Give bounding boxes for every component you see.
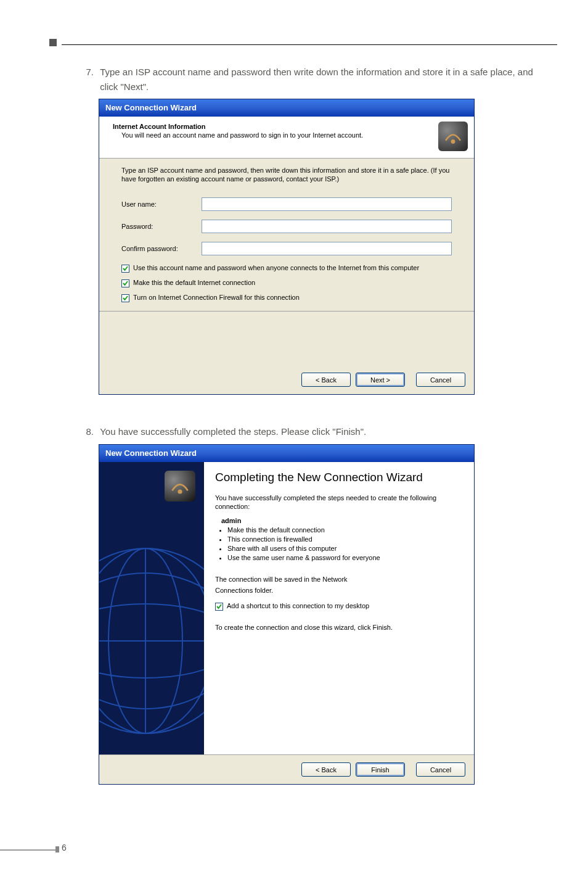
globe-icon	[99, 518, 204, 752]
checkbox-label: Use this account name and password when …	[133, 264, 419, 271]
crop-mark	[49, 39, 57, 46]
confirm-label: Confirm password:	[121, 245, 202, 252]
cancel-button[interactable]: Cancel	[416, 373, 465, 387]
titlebar: New Connection Wizard	[99, 99, 474, 117]
dialog-header: Internet Account Information You will ne…	[99, 117, 474, 159]
checkbox-firewall[interactable]: Turn on Internet Connection Firewall for…	[121, 294, 452, 302]
confirm-input[interactable]	[202, 242, 452, 255]
save-location-line1: The connection will be saved in the Netw…	[215, 575, 463, 584]
checkbox-shortcut[interactable]: Add a shortcut to this connection to my …	[215, 602, 463, 611]
step-7: 7. Type an ISP account name and password…	[80, 65, 551, 94]
header-title: Internet Account Information	[113, 123, 465, 130]
svg-point-1	[178, 489, 182, 493]
checkbox-icon	[121, 279, 129, 287]
checkbox-use-account[interactable]: Use this account name and password when …	[121, 264, 452, 273]
step-number: 7.	[80, 65, 94, 80]
connection-name: admin	[221, 517, 463, 524]
checkbox-icon	[121, 294, 129, 302]
username-input[interactable]	[202, 197, 452, 211]
username-row: User name:	[121, 197, 452, 211]
footer-rule	[0, 849, 55, 851]
step-8: 8. You have successfully completed the s…	[80, 424, 551, 439]
sidebar-graphic	[99, 462, 204, 754]
completion-heading: Completing the New Connection Wizard	[215, 471, 463, 485]
finish-instruction: To create the connection and close this …	[215, 623, 463, 632]
modem-icon	[438, 122, 468, 151]
footer-tick	[55, 846, 59, 852]
step-number: 8.	[80, 424, 94, 439]
password-input[interactable]	[202, 220, 452, 233]
list-item: Use the same user name & password for ev…	[227, 553, 463, 563]
username-label: User name:	[121, 200, 202, 208]
checkbox-label: Turn on Internet Connection Firewall for…	[133, 294, 300, 301]
password-row: Password:	[121, 220, 452, 233]
window-title: New Connection Wizard	[105, 103, 197, 112]
next-button[interactable]: Next >	[356, 373, 405, 387]
dialog-body: Completing the New Connection Wizard You…	[99, 462, 474, 754]
step-text: You have successfully completed the step…	[100, 424, 550, 439]
window-title: New Connection Wizard	[105, 448, 197, 458]
completion-intro: You have successfully completed the step…	[215, 493, 463, 511]
checkbox-default-conn[interactable]: Make this the default Internet connectio…	[121, 279, 452, 287]
summary-bullets: Make this the default connection This co…	[227, 526, 463, 562]
finish-button[interactable]: Finish	[356, 762, 405, 777]
svg-point-0	[451, 139, 455, 144]
checkbox-icon	[215, 603, 223, 611]
button-row: < Back Finish Cancel	[301, 762, 465, 777]
list-item: Share with all users of this computer	[227, 544, 463, 553]
titlebar: New Connection Wizard	[99, 445, 474, 462]
modem-icon	[165, 471, 195, 502]
confirm-row: Confirm password:	[121, 242, 452, 255]
checkbox-label: Add a shortcut to this connection to my …	[227, 602, 369, 609]
checkbox-label: Make this the default Internet connectio…	[133, 279, 255, 286]
header-rule	[62, 44, 557, 45]
main-pane: Completing the New Connection Wizard You…	[204, 462, 474, 754]
list-item: This connection is firewalled	[227, 535, 463, 544]
save-location-line2: Connections folder.	[215, 586, 463, 595]
header-subtitle: You will need an account name and passwo…	[121, 131, 465, 139]
divider	[99, 311, 474, 312]
step-text: Type an ISP account name and password th…	[100, 65, 550, 94]
password-label: Password:	[121, 223, 202, 230]
checkbox-icon	[121, 265, 129, 273]
list-item: Make this the default connection	[227, 526, 463, 535]
footer-bar: < Back Finish Cancel	[99, 754, 474, 784]
button-row: < Back Next > Cancel	[301, 373, 465, 387]
cancel-button[interactable]: Cancel	[416, 762, 465, 777]
back-button[interactable]: < Back	[301, 762, 351, 777]
page-number: 6	[62, 843, 67, 852]
intro-text: Type an ISP account name and password, t…	[121, 166, 452, 184]
dialog-completing: New Connection Wizard Completing the New…	[99, 444, 475, 785]
back-button[interactable]: < Back	[301, 373, 351, 387]
dialog-content: Type an ISP account name and password, t…	[99, 159, 474, 312]
dialog-account-info: New Connection Wizard Internet Account I…	[99, 99, 475, 395]
